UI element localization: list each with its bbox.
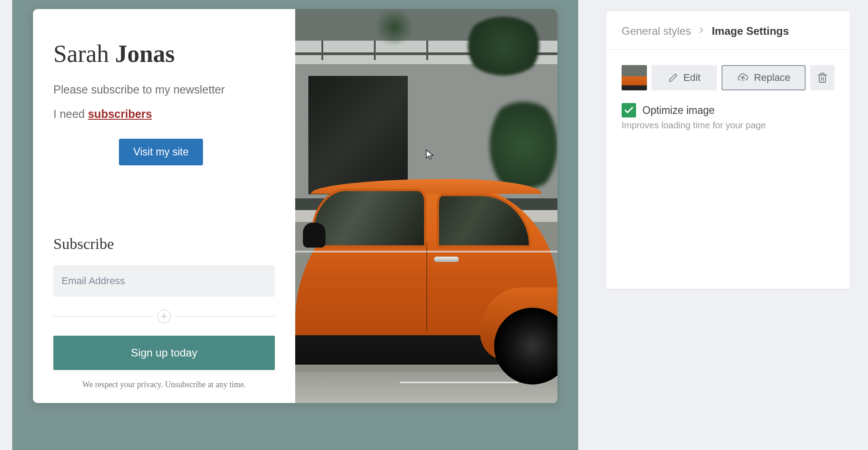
privacy-text[interactable]: We respect your privacy. Unsubscribe at … xyxy=(53,380,275,389)
divider-line xyxy=(53,316,153,317)
card-image xyxy=(295,9,557,403)
optimize-label: Optimize image xyxy=(642,104,715,117)
breadcrumb-current: Image Settings xyxy=(712,25,789,38)
settings-panel: General styles Image Settings Edit Repla… xyxy=(606,11,850,289)
divider-line xyxy=(175,316,275,317)
edit-label: Edit xyxy=(684,72,701,84)
heading-first-name: Sarah xyxy=(53,40,109,67)
subscribers-link[interactable]: subscribers xyxy=(88,108,152,120)
trash-icon xyxy=(818,73,827,83)
landing-page-card: Sarah Jonas Please subscribe to my newsl… xyxy=(33,9,557,403)
upload-cloud-icon xyxy=(737,73,749,83)
canvas-area: Sarah Jonas Please subscribe to my newsl… xyxy=(0,0,590,450)
breadcrumb: General styles Image Settings xyxy=(606,11,850,50)
check-icon xyxy=(624,107,633,114)
subtitle-text[interactable]: Please subscribe to my newsletter xyxy=(53,83,275,96)
subscribe-heading[interactable]: Subscribe xyxy=(53,235,275,253)
page-heading[interactable]: Sarah Jonas xyxy=(53,41,275,67)
replace-label: Replace xyxy=(754,72,791,84)
add-field-divider xyxy=(53,309,275,323)
card-image-column[interactable] xyxy=(295,9,557,403)
canvas-background: Sarah Jonas Please subscribe to my newsl… xyxy=(12,0,578,450)
edit-button[interactable]: Edit xyxy=(651,65,717,90)
image-actions-row: Edit Replace xyxy=(606,50,850,103)
add-field-button[interactable] xyxy=(157,309,171,323)
image-thumbnail[interactable] xyxy=(622,65,647,90)
spacer xyxy=(53,165,275,235)
card-content-column: Sarah Jonas Please subscribe to my newsl… xyxy=(33,9,295,403)
pencil-icon xyxy=(668,73,678,83)
heading-last-name: Jonas xyxy=(115,40,175,67)
chevron-right-icon xyxy=(699,27,703,36)
delete-button[interactable] xyxy=(810,65,835,90)
optimize-option: Optimize image Improves loading time for… xyxy=(606,103,850,131)
breadcrumb-parent[interactable]: General styles xyxy=(622,25,691,38)
email-field[interactable] xyxy=(53,265,275,297)
need-line[interactable]: I need subscribers xyxy=(53,108,275,121)
visit-site-button[interactable]: Visit my site xyxy=(119,139,203,165)
need-prefix: I need xyxy=(53,108,88,120)
plus-icon xyxy=(161,313,167,319)
signup-button[interactable]: Sign up today xyxy=(53,336,275,370)
replace-button[interactable]: Replace xyxy=(722,65,806,90)
optimize-checkbox[interactable] xyxy=(622,103,636,117)
settings-sidebar: General styles Image Settings Edit Repla… xyxy=(590,0,868,450)
optimize-description: Improves loading time for your page xyxy=(622,120,835,131)
